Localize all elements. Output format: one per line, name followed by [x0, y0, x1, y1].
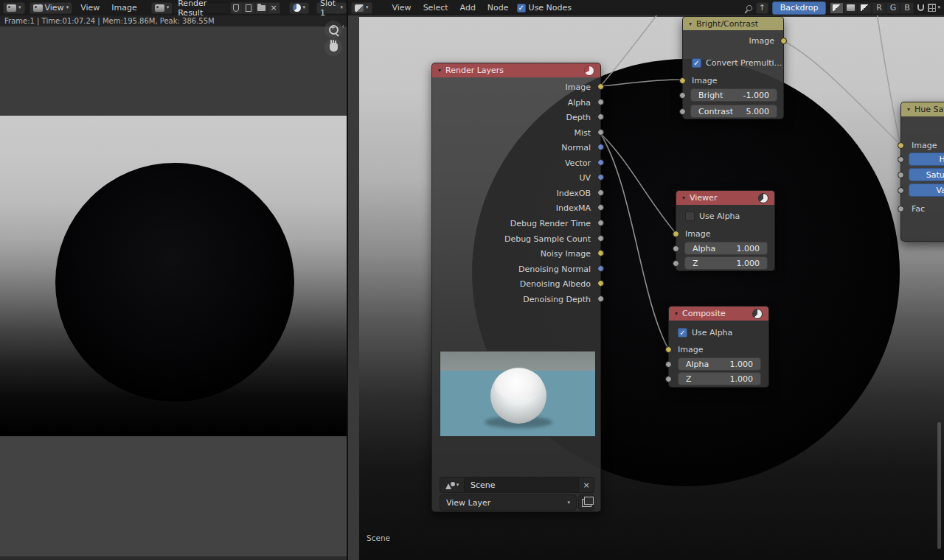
hue-slider[interactable]: Hue: [909, 153, 944, 166]
menu-select[interactable]: Select: [420, 3, 452, 13]
bright-slider[interactable]: Bright -1.000: [690, 88, 777, 102]
collapse-triangle-icon[interactable]: ▾: [907, 106, 910, 113]
input-socket[interactable]: [673, 231, 679, 237]
menu-view[interactable]: View: [389, 3, 415, 13]
value-input-socket[interactable]: [898, 187, 904, 194]
mode-dropdown[interactable]: View ▾: [30, 2, 73, 14]
node-bright-contrast[interactable]: ▾ Bright/Contrast Image ✓ Convert Premul…: [682, 16, 784, 119]
hue-input-socket[interactable]: [898, 156, 904, 163]
display-channels-dropdown[interactable]: ▾: [289, 2, 310, 14]
node-header[interactable]: ▾ Viewer: [676, 191, 774, 205]
output-socket[interactable]: [597, 159, 604, 166]
channel-color-alpha-button[interactable]: [830, 2, 844, 14]
output-socket[interactable]: [597, 235, 604, 242]
z-input-socket[interactable]: [665, 376, 672, 382]
node-header[interactable]: ▾ Bright/Contrast: [683, 17, 783, 30]
backdrop-toggle-button[interactable]: Backdrop: [772, 1, 827, 15]
collapse-triangle-icon[interactable]: ▾: [689, 21, 692, 27]
node-hue-saturation[interactable]: ▾ Hue Saturation Value Image Hue Saturat…: [900, 102, 944, 242]
output-socket[interactable]: [597, 295, 604, 302]
use-nodes-checkbox[interactable]: ✓: [517, 4, 526, 13]
node-header[interactable]: ▾ Hue Saturation Value: [901, 102, 944, 116]
gizmo-collapse-arrow[interactable]: ‹: [341, 22, 344, 30]
zoom-gizmo[interactable]: [324, 21, 342, 38]
render-layer-button[interactable]: [578, 494, 594, 511]
output-socket[interactable]: [597, 265, 604, 272]
channel-alpha-button[interactable]: [858, 2, 872, 14]
menu-add[interactable]: Add: [457, 3, 479, 13]
chevron-down-icon: ▾: [66, 5, 69, 10]
output-socket[interactable]: [780, 38, 787, 44]
scene-unlink-button[interactable]: ×: [579, 477, 594, 493]
open-image-button[interactable]: [255, 2, 268, 14]
z-slider[interactable]: Z 1.000: [684, 256, 768, 270]
snap-grid-icon[interactable]: [928, 4, 936, 12]
output-socket[interactable]: [597, 144, 604, 150]
output-socket[interactable]: [597, 204, 604, 211]
channel-red-button[interactable]: R: [872, 2, 886, 14]
alpha-input-socket[interactable]: [673, 245, 679, 252]
slot-dropdown[interactable]: Slot 1 ▾: [316, 2, 347, 14]
unlink-image-button[interactable]: ×: [268, 2, 280, 14]
pan-gizmo[interactable]: [324, 38, 342, 56]
channel-green-button[interactable]: G: [886, 2, 900, 14]
image-name-field[interactable]: Render Result: [173, 2, 229, 14]
image-browse-dropdown[interactable]: ▾: [151, 2, 173, 14]
output-socket[interactable]: [597, 189, 604, 196]
view-layer-dropdown[interactable]: View Layer ▾: [440, 494, 577, 511]
contrast-input-socket[interactable]: [679, 108, 686, 115]
pin-icon[interactable]: [745, 4, 753, 12]
input-socket[interactable]: [679, 77, 686, 84]
node-viewer[interactable]: ▾ Viewer ✓ Use Alpha Image Alpha 1.000 Z…: [676, 190, 775, 271]
editor-type-dropdown[interactable]: ▾: [351, 2, 372, 14]
z-input-socket[interactable]: [673, 260, 679, 267]
node-editor-canvas[interactable]: ▾ Render Layers Image Alpha Depth Mist N…: [348, 15, 944, 560]
z-slider[interactable]: Z 1.000: [678, 372, 761, 385]
parent-node-tree-button[interactable]: ↑: [756, 2, 768, 14]
fake-user-button[interactable]: [230, 2, 243, 14]
vertical-scrollbar[interactable]: [937, 422, 941, 549]
node-composite[interactable]: ▾ Composite ✓ Use Alpha Image Alpha 1.00…: [668, 306, 769, 388]
output-socket[interactable]: [597, 129, 604, 136]
checkbox-label: Use Alpha: [692, 328, 732, 337]
slider-value: 1.000: [730, 374, 754, 384]
output-socket[interactable]: [597, 83, 604, 90]
use-alpha-checkbox[interactable]: ✓: [685, 211, 695, 221]
input-socket[interactable]: [665, 346, 672, 353]
node-render-layers[interactable]: ▾ Render Layers Image Alpha Depth Mist N…: [431, 63, 601, 512]
alpha-slider[interactable]: Alpha 1.000: [684, 242, 768, 255]
collapse-triangle-icon[interactable]: ▾: [675, 310, 678, 317]
menu-node[interactable]: Node: [484, 3, 513, 13]
bright-input-socket[interactable]: [679, 92, 686, 99]
snapping-magnet-icon[interactable]: [917, 4, 924, 11]
convert-premul-checkbox[interactable]: ✓: [692, 58, 701, 68]
contrast-slider[interactable]: Contrast 5.000: [690, 105, 777, 118]
scene-name-field[interactable]: Scene: [465, 477, 579, 493]
fac-input-socket[interactable]: [898, 206, 904, 212]
output-socket[interactable]: [597, 113, 604, 120]
channel-color-button[interactable]: [844, 2, 858, 14]
scene-id-dropdown[interactable]: ▾: [440, 477, 465, 493]
output-socket[interactable]: [597, 174, 604, 181]
editor-type-dropdown[interactable]: ▾: [3, 2, 25, 14]
menu-image[interactable]: Image: [108, 3, 140, 13]
channel-blue-button[interactable]: B: [900, 2, 914, 14]
alpha-input-socket[interactable]: [665, 361, 672, 368]
saturation-input-socket[interactable]: [898, 172, 904, 178]
output-socket[interactable]: [597, 250, 604, 256]
node-header[interactable]: ▾ Render Layers: [432, 63, 600, 77]
image-editor-canvas[interactable]: [0, 27, 347, 560]
value-slider[interactable]: Value: [909, 183, 944, 197]
use-alpha-checkbox[interactable]: ✓: [678, 328, 687, 337]
node-header[interactable]: ▾ Composite: [669, 307, 768, 321]
input-socket[interactable]: [898, 142, 904, 149]
saturation-slider[interactable]: Saturation: [909, 168, 944, 181]
output-socket[interactable]: [597, 280, 604, 287]
menu-view[interactable]: View: [77, 3, 103, 13]
alpha-slider[interactable]: Alpha 1.000: [678, 357, 761, 371]
output-socket[interactable]: [597, 99, 604, 105]
output-socket[interactable]: [597, 220, 604, 226]
collapse-triangle-icon[interactable]: ▾: [682, 195, 685, 201]
collapse-triangle-icon[interactable]: ▾: [438, 67, 441, 74]
new-image-button[interactable]: [243, 2, 255, 14]
